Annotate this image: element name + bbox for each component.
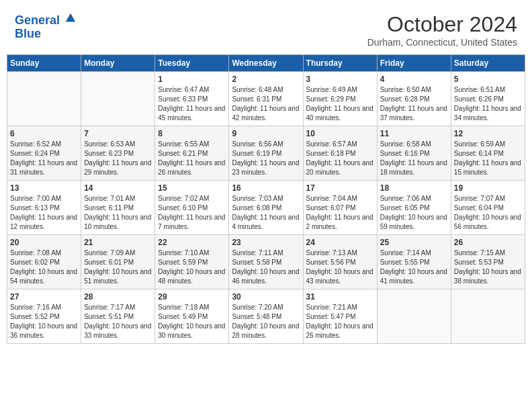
day-number: 29 bbox=[158, 292, 226, 302]
header-row: SundayMondayTuesdayWednesdayThursdayFrid… bbox=[7, 55, 525, 72]
day-cell: 30Sunrise: 7:20 AMSunset: 5:48 PMDayligh… bbox=[229, 289, 303, 344]
svg-marker-0 bbox=[66, 13, 75, 22]
day-info: Sunrise: 7:17 AMSunset: 5:51 PMDaylight:… bbox=[84, 303, 152, 340]
day-cell: 2Sunrise: 6:48 AMSunset: 6:31 PMDaylight… bbox=[229, 72, 303, 126]
day-info: Sunrise: 7:14 AMSunset: 5:55 PMDaylight:… bbox=[380, 248, 448, 286]
day-number: 11 bbox=[380, 129, 448, 138]
day-info: Sunrise: 7:07 AMSunset: 6:04 PMDaylight:… bbox=[454, 194, 522, 232]
day-info: Sunrise: 7:18 AMSunset: 5:49 PMDaylight:… bbox=[158, 303, 226, 340]
day-cell: 6Sunrise: 6:52 AMSunset: 6:24 PMDaylight… bbox=[7, 126, 81, 181]
day-cell: 8Sunrise: 6:55 AMSunset: 6:21 PMDaylight… bbox=[155, 126, 229, 181]
day-number: 20 bbox=[10, 238, 78, 247]
day-info: Sunrise: 6:56 AMSunset: 6:19 PMDaylight:… bbox=[232, 140, 300, 177]
day-cell bbox=[451, 289, 525, 344]
day-info: Sunrise: 6:58 AMSunset: 6:16 PMDaylight:… bbox=[380, 140, 448, 177]
day-number: 13 bbox=[10, 183, 78, 193]
day-cell: 31Sunrise: 7:21 AMSunset: 5:47 PMDayligh… bbox=[303, 289, 377, 344]
day-info: Sunrise: 7:11 AMSunset: 5:58 PMDaylight:… bbox=[232, 248, 300, 286]
location: Durham, Connecticut, United States bbox=[367, 37, 517, 48]
day-number: 18 bbox=[380, 183, 448, 193]
day-cell: 4Sunrise: 6:50 AMSunset: 6:28 PMDaylight… bbox=[377, 72, 451, 126]
day-cell: 28Sunrise: 7:17 AMSunset: 5:51 PMDayligh… bbox=[81, 289, 155, 344]
day-cell: 18Sunrise: 7:06 AMSunset: 6:05 PMDayligh… bbox=[377, 181, 451, 235]
day-cell: 13Sunrise: 7:00 AMSunset: 6:13 PMDayligh… bbox=[7, 181, 81, 235]
day-info: Sunrise: 7:04 AMSunset: 6:07 PMDaylight:… bbox=[306, 194, 374, 232]
day-number: 10 bbox=[306, 129, 374, 138]
day-info: Sunrise: 7:21 AMSunset: 5:47 PMDaylight:… bbox=[306, 303, 374, 340]
day-number: 15 bbox=[158, 183, 226, 193]
day-info: Sunrise: 7:16 AMSunset: 5:52 PMDaylight:… bbox=[10, 303, 78, 340]
day-info: Sunrise: 7:20 AMSunset: 5:48 PMDaylight:… bbox=[232, 303, 300, 340]
week-row-4: 20Sunrise: 7:08 AMSunset: 6:02 PMDayligh… bbox=[7, 235, 525, 289]
day-number: 28 bbox=[84, 292, 152, 302]
day-info: Sunrise: 7:10 AMSunset: 5:59 PMDaylight:… bbox=[158, 248, 226, 286]
day-info: Sunrise: 6:51 AMSunset: 6:26 PMDaylight:… bbox=[454, 85, 522, 123]
day-cell: 5Sunrise: 6:51 AMSunset: 6:26 PMDaylight… bbox=[451, 72, 525, 126]
day-cell: 21Sunrise: 7:09 AMSunset: 6:01 PMDayligh… bbox=[81, 235, 155, 289]
day-number: 3 bbox=[306, 75, 374, 84]
day-cell bbox=[377, 289, 451, 344]
title-block: October 2024 Durham, Connecticut, United… bbox=[367, 12, 517, 48]
day-number: 9 bbox=[232, 129, 300, 138]
day-number: 25 bbox=[380, 238, 448, 247]
day-number: 26 bbox=[454, 238, 522, 247]
col-header-sunday: Sunday bbox=[7, 55, 81, 72]
day-cell: 12Sunrise: 6:59 AMSunset: 6:14 PMDayligh… bbox=[451, 126, 525, 181]
col-header-saturday: Saturday bbox=[451, 55, 525, 72]
day-number: 12 bbox=[454, 129, 522, 138]
day-info: Sunrise: 6:48 AMSunset: 6:31 PMDaylight:… bbox=[232, 85, 300, 123]
col-header-friday: Friday bbox=[377, 55, 451, 72]
day-info: Sunrise: 6:50 AMSunset: 6:28 PMDaylight:… bbox=[380, 85, 448, 123]
page-header: General Blue October 2024 Durham, Connec… bbox=[7, 7, 525, 50]
logo-blue: Blue bbox=[15, 27, 41, 40]
day-number: 19 bbox=[454, 183, 522, 193]
day-cell: 14Sunrise: 7:01 AMSunset: 6:11 PMDayligh… bbox=[81, 181, 155, 235]
day-number: 4 bbox=[380, 75, 448, 84]
day-number: 30 bbox=[232, 292, 300, 302]
day-info: Sunrise: 7:13 AMSunset: 5:56 PMDaylight:… bbox=[306, 248, 374, 286]
day-info: Sunrise: 7:06 AMSunset: 6:05 PMDaylight:… bbox=[380, 194, 448, 232]
logo: General Blue bbox=[15, 12, 77, 41]
day-info: Sunrise: 7:09 AMSunset: 6:01 PMDaylight:… bbox=[84, 248, 152, 286]
day-info: Sunrise: 7:00 AMSunset: 6:13 PMDaylight:… bbox=[10, 194, 78, 232]
day-number: 2 bbox=[232, 75, 300, 84]
day-number: 23 bbox=[232, 238, 300, 247]
day-number: 7 bbox=[84, 129, 152, 138]
day-info: Sunrise: 6:52 AMSunset: 6:24 PMDaylight:… bbox=[10, 140, 78, 177]
col-header-monday: Monday bbox=[81, 55, 155, 72]
day-cell: 15Sunrise: 7:02 AMSunset: 6:10 PMDayligh… bbox=[155, 181, 229, 235]
day-info: Sunrise: 6:53 AMSunset: 6:23 PMDaylight:… bbox=[84, 140, 152, 177]
day-cell: 9Sunrise: 6:56 AMSunset: 6:19 PMDaylight… bbox=[229, 126, 303, 181]
day-cell bbox=[81, 72, 155, 126]
day-number: 6 bbox=[10, 129, 78, 138]
day-info: Sunrise: 6:55 AMSunset: 6:21 PMDaylight:… bbox=[158, 140, 226, 177]
day-cell: 1Sunrise: 6:47 AMSunset: 6:33 PMDaylight… bbox=[155, 72, 229, 126]
day-info: Sunrise: 6:57 AMSunset: 6:18 PMDaylight:… bbox=[306, 140, 374, 177]
day-cell: 22Sunrise: 7:10 AMSunset: 5:59 PMDayligh… bbox=[155, 235, 229, 289]
col-header-wednesday: Wednesday bbox=[229, 55, 303, 72]
day-info: Sunrise: 6:49 AMSunset: 6:29 PMDaylight:… bbox=[306, 85, 374, 123]
day-info: Sunrise: 7:08 AMSunset: 6:02 PMDaylight:… bbox=[10, 248, 78, 286]
day-cell: 17Sunrise: 7:04 AMSunset: 6:07 PMDayligh… bbox=[303, 181, 377, 235]
day-number: 31 bbox=[306, 292, 374, 302]
day-info: Sunrise: 7:01 AMSunset: 6:11 PMDaylight:… bbox=[84, 194, 152, 232]
week-row-1: 1Sunrise: 6:47 AMSunset: 6:33 PMDaylight… bbox=[7, 72, 525, 126]
day-number: 21 bbox=[84, 238, 152, 247]
day-cell: 10Sunrise: 6:57 AMSunset: 6:18 PMDayligh… bbox=[303, 126, 377, 181]
day-number: 1 bbox=[158, 75, 226, 84]
day-cell: 20Sunrise: 7:08 AMSunset: 6:02 PMDayligh… bbox=[7, 235, 81, 289]
day-number: 22 bbox=[158, 238, 226, 247]
day-info: Sunrise: 6:47 AMSunset: 6:33 PMDaylight:… bbox=[158, 85, 226, 123]
day-cell: 29Sunrise: 7:18 AMSunset: 5:49 PMDayligh… bbox=[155, 289, 229, 344]
day-cell: 25Sunrise: 7:14 AMSunset: 5:55 PMDayligh… bbox=[377, 235, 451, 289]
day-number: 16 bbox=[232, 183, 300, 193]
day-number: 24 bbox=[306, 238, 374, 247]
day-number: 5 bbox=[454, 75, 522, 84]
calendar-table: SundayMondayTuesdayWednesdayThursdayFrid… bbox=[7, 54, 525, 344]
logo-general: General bbox=[15, 13, 60, 27]
day-cell: 24Sunrise: 7:13 AMSunset: 5:56 PMDayligh… bbox=[303, 235, 377, 289]
day-number: 17 bbox=[306, 183, 374, 193]
day-cell: 26Sunrise: 7:15 AMSunset: 5:53 PMDayligh… bbox=[451, 235, 525, 289]
day-cell: 19Sunrise: 7:07 AMSunset: 6:04 PMDayligh… bbox=[451, 181, 525, 235]
col-header-tuesday: Tuesday bbox=[155, 55, 229, 72]
